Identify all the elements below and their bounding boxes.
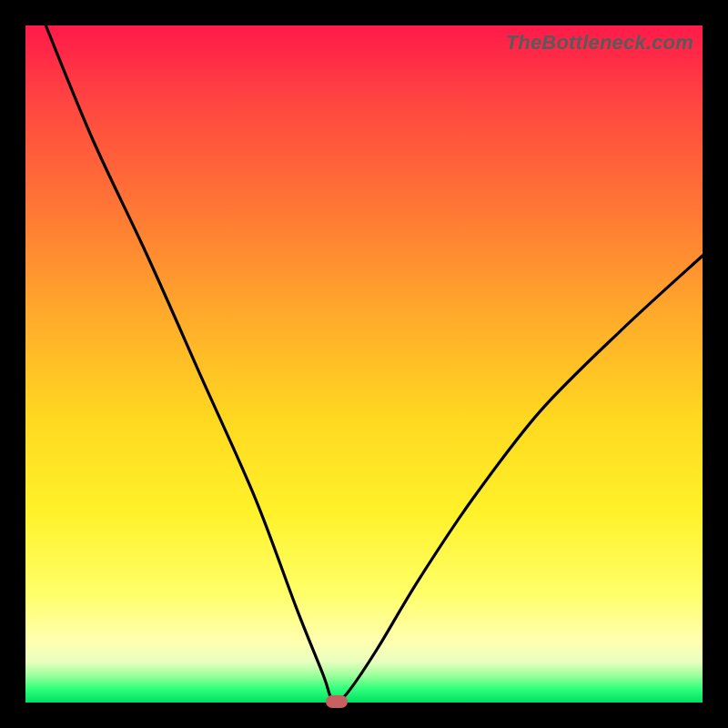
optimal-marker bbox=[326, 695, 348, 708]
plot-area: TheBottleneck.com bbox=[25, 25, 703, 703]
bottleneck-curve bbox=[25, 25, 703, 703]
chart-frame: TheBottleneck.com bbox=[0, 0, 728, 728]
